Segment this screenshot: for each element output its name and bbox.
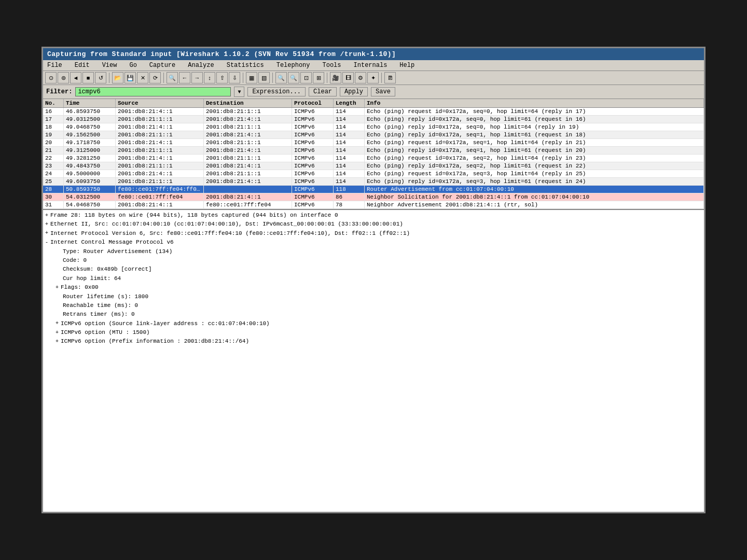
- packet-cell: 2001:db8:21:4::1: [116, 170, 204, 177]
- expand-icon[interactable]: +: [45, 221, 48, 228]
- menu-item-analyze[interactable]: Analyze: [186, 61, 216, 69]
- table-row[interactable]: 3154.04687502001:db8:21:4::1fe80::ce01:7…: [43, 201, 704, 209]
- packet-cell: ICMPv6: [292, 108, 334, 115]
- detail-line[interactable]: +Frame 28: 118 bytes on wire (944 bits),…: [45, 211, 702, 220]
- table-row[interactable]: 1849.04687502001:db8:21:4::12001:db8:21:…: [43, 123, 704, 131]
- packet-cell: Echo (ping) reply id=0x172a, seq=1, hop …: [365, 147, 704, 154]
- packet-cell: 114: [334, 147, 365, 154]
- menu-item-internals[interactable]: Internals: [352, 61, 390, 69]
- packet-cell: fe80::ce01:7ff:fe04: [116, 193, 204, 201]
- table-row[interactable]: 2249.32812502001:db8:21:4::12001:db8:21:…: [43, 155, 704, 162]
- col-header-dst: Destination: [204, 99, 292, 107]
- menu-item-go[interactable]: Go: [127, 61, 139, 69]
- menu-item-file[interactable]: File: [45, 61, 64, 69]
- tb-info-button[interactable]: 🖹: [384, 72, 396, 83]
- packet-cell: Echo (ping) request id=0x172a, seq=1, ho…: [365, 139, 704, 146]
- col-header-len: Length: [334, 99, 365, 107]
- packet-cell: 2001:db8:21:1::1: [204, 170, 292, 177]
- expand-icon[interactable]: +: [56, 329, 59, 337]
- tb-cap-button[interactable]: 🎥: [330, 72, 341, 83]
- packet-cell: 114: [334, 162, 365, 170]
- packet-cell: 46.8593750: [64, 108, 116, 115]
- tb-save-button[interactable]: 💾: [125, 72, 136, 83]
- packet-cell: 31: [43, 201, 64, 208]
- tb-star-button[interactable]: ✦: [367, 72, 379, 83]
- menu-item-edit[interactable]: Edit: [73, 61, 92, 69]
- expand-icon[interactable]: +: [45, 212, 48, 219]
- table-row[interactable]: 2049.17187502001:db8:21:4::12001:db8:21:…: [43, 139, 704, 147]
- table-row[interactable]: 2850.8593750fe80::ce01:7ff:fe04:ff02::1I…: [43, 186, 704, 193]
- tb-jump-button[interactable]: ↕: [204, 72, 215, 83]
- expand-icon[interactable]: +: [56, 320, 59, 327]
- tb-cap2-button[interactable]: 🎞: [342, 72, 354, 83]
- collapse-icon[interactable]: -: [45, 239, 48, 246]
- table-row[interactable]: 1749.03125002001:db8:21:1::12001:db8:21:…: [43, 116, 704, 123]
- tb-stop2-button[interactable]: ■: [82, 72, 94, 83]
- packet-cell: ICMPv6: [292, 178, 334, 185]
- detail-line[interactable]: -Internet Control Message Protocol v6: [45, 238, 702, 247]
- packet-cell: 49.0468750: [64, 123, 116, 131]
- packet-cell: 114: [334, 155, 365, 162]
- clear-button[interactable]: Clear: [309, 87, 337, 96]
- filter-dropdown[interactable]: ▼: [234, 87, 244, 97]
- table-row[interactable]: 2549.60937502001:db8:21:1::12001:db8:21:…: [43, 178, 704, 186]
- tb-view-button[interactable]: ⊞: [313, 72, 324, 83]
- menu-item-statistics[interactable]: Statistics: [225, 61, 266, 69]
- tb-restart-button[interactable]: ⊚: [58, 72, 69, 83]
- toolbar-sep-5: [327, 73, 327, 83]
- expand-icon[interactable]: +: [45, 230, 48, 237]
- table-row[interactable]: 2449.50000002001:db8:21:4::12001:db8:21:…: [43, 170, 704, 178]
- detail-line[interactable]: +ICMPv6 option (MTU : 1500): [45, 328, 702, 337]
- table-row[interactable]: 1646.85937502001:db8:21:4::12001:db8:21:…: [43, 108, 704, 116]
- tb-refresh-button[interactable]: ↺: [95, 72, 106, 83]
- packet-cell: 49.1562500: [64, 131, 116, 138]
- packet-cell: 22: [43, 155, 64, 162]
- tb-open2-button[interactable]: 📂: [112, 72, 123, 83]
- tb-back-button[interactable]: ←: [179, 72, 190, 83]
- menu-item-telephony[interactable]: Telephony: [274, 61, 312, 69]
- table-row[interactable]: 2349.48437502001:db8:21:1::12001:db8:21:…: [43, 162, 704, 170]
- tb-zoom-fit-button[interactable]: ⊡: [300, 72, 312, 83]
- table-row[interactable]: 2149.31250002001:db8:21:1::12001:db8:21:…: [43, 147, 704, 155]
- tb-cap3-button[interactable]: ⚙: [355, 72, 366, 83]
- detail-line[interactable]: +Flags: 0x00: [45, 283, 702, 292]
- tb-zoom-in-button[interactable]: 🔍: [275, 72, 287, 83]
- table-row[interactable]: 3054.0312500fe80::ce01:7ff:fe042001:db8:…: [43, 193, 704, 201]
- detail-line[interactable]: +Internet Protocol Version 6, Src: fe80:…: [45, 229, 702, 238]
- tb-zoom-out-button[interactable]: 🔍: [288, 72, 299, 83]
- expand-icon[interactable]: +: [56, 338, 59, 345]
- packet-cell: ICMPv6: [292, 170, 334, 177]
- tb-jump3-button[interactable]: ⇩: [229, 72, 240, 83]
- packet-cell: 2001:db8:21:1::1: [116, 147, 204, 154]
- tb-forward-button[interactable]: →: [191, 72, 203, 83]
- detail-line[interactable]: +ICMPv6 option (Prefix information : 200…: [45, 337, 702, 346]
- menu-item-help[interactable]: Help: [397, 61, 417, 69]
- tb-close-button[interactable]: ✕: [137, 72, 148, 83]
- packet-cell: 86: [334, 193, 365, 201]
- tb-stop-button[interactable]: ⊙: [45, 72, 57, 83]
- apply-button[interactable]: Apply: [340, 87, 368, 96]
- packet-cell: 50.8593750: [64, 186, 116, 193]
- detail-line[interactable]: +ICMPv6 option (Source link-layer addres…: [45, 319, 702, 328]
- tb-cols-button[interactable]: ▦: [246, 72, 257, 83]
- toolbar-sep-4: [272, 73, 273, 83]
- tb-reload-button[interactable]: ⟳: [149, 72, 161, 83]
- tb-search-button[interactable]: 🔍: [167, 72, 178, 83]
- filter-bar: Filter: ▼ Expression... Clear Apply Save: [43, 85, 704, 99]
- packet-cell: 2001:db8:21:4::1: [204, 116, 292, 123]
- tb-cols2-button[interactable]: ▧: [258, 72, 270, 83]
- tb-open-button[interactable]: ◄: [70, 72, 81, 83]
- detail-line[interactable]: +Ethernet II, Src: cc:01:07:04:00:10 (cc…: [45, 220, 702, 229]
- menu-item-capture[interactable]: Capture: [147, 61, 177, 69]
- table-row[interactable]: 1949.15625002001:db8:21:1::12001:db8:21:…: [43, 131, 704, 139]
- packet-cell: 2001:db8:21:4::1: [116, 155, 204, 162]
- detail-text: ICMPv6 option (MTU : 1500): [61, 329, 150, 337]
- filter-input[interactable]: [75, 87, 231, 96]
- tb-jump2-button[interactable]: ⇧: [216, 72, 228, 83]
- expand-icon[interactable]: +: [56, 284, 59, 291]
- menu-item-tools[interactable]: Tools: [321, 61, 343, 69]
- menu-item-view[interactable]: View: [100, 61, 119, 69]
- packet-cell: 49.0312500: [64, 116, 116, 123]
- save-button[interactable]: Save: [371, 87, 395, 96]
- expression-button[interactable]: Expression...: [247, 87, 306, 96]
